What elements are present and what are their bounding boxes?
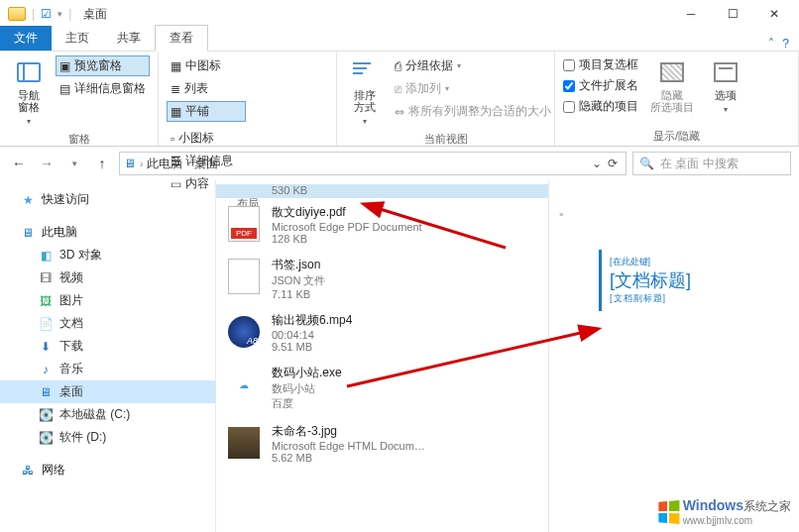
doc-sub: [文档副标题] bbox=[610, 292, 781, 305]
file-size: 7.11 KB bbox=[272, 288, 325, 300]
help-icon[interactable]: ? bbox=[782, 37, 789, 51]
folder-icon bbox=[8, 7, 26, 21]
nav-downloads[interactable]: ⬇下载 bbox=[0, 335, 215, 358]
tab-home[interactable]: 主页 bbox=[52, 26, 103, 51]
maximize-button[interactable]: ☐ bbox=[712, 0, 753, 28]
file-type: Microsoft Edge PDF Document bbox=[272, 221, 422, 233]
star-icon: ★ bbox=[20, 192, 36, 208]
window-title: 桌面 bbox=[83, 6, 107, 23]
medium-icons-button[interactable]: ▦中图标 bbox=[167, 55, 246, 76]
file-meta: 百度 bbox=[272, 396, 342, 411]
minimize-button[interactable]: ─ bbox=[670, 0, 712, 28]
nav-music[interactable]: ♪音乐 bbox=[0, 358, 215, 380]
video-icon bbox=[226, 312, 262, 352]
pdf-icon bbox=[226, 204, 262, 244]
dropdown-icon[interactable]: ▾ bbox=[57, 9, 62, 19]
file-item[interactable]: ☁ 数码小站.exe 数码小站 百度 bbox=[216, 359, 548, 417]
chevron-down-icon: ▾ bbox=[724, 105, 728, 114]
nav-documents[interactable]: 📄文档 bbox=[0, 312, 215, 335]
file-item[interactable]: 书签.json JSON 文件 7.11 KB bbox=[216, 251, 548, 306]
nav-recent-button[interactable]: ▾ bbox=[63, 153, 85, 174]
drive-icon: 💽 bbox=[38, 430, 54, 446]
file-type: Microsoft Edge HTML Docum… bbox=[272, 440, 425, 452]
nav-forward-button[interactable]: → bbox=[36, 153, 57, 174]
file-size: 128 KB bbox=[272, 233, 422, 245]
watermark-url: www.bjjmlv.com bbox=[683, 515, 791, 526]
autofit-button[interactable]: ⇔将所有列调整为合适的大小 bbox=[391, 101, 555, 122]
list-button[interactable]: ≣列表 bbox=[167, 78, 246, 99]
quick-access-toolbar: | ☑ ▾ | bbox=[4, 7, 71, 21]
chevron-right-icon[interactable]: › bbox=[140, 159, 143, 169]
nav-soft-d[interactable]: 💽软件 (D:) bbox=[0, 426, 215, 449]
search-input[interactable]: 🔍 在 桌面 中搜索 bbox=[632, 152, 791, 175]
ribbon-group-layout: ▦中图标 ≣列表 ▦平铺 ▫小图标 ☰详细信息 ▭内容 布局 bbox=[159, 52, 337, 146]
chevron-right-icon[interactable]: › bbox=[186, 159, 189, 169]
ribbon-group-panes: 导航窗格 ▾ ▣预览窗格 ▤详细信息窗格 窗格 bbox=[0, 52, 159, 146]
monitor-icon: 🖥 bbox=[20, 225, 36, 241]
preview-marker: » bbox=[559, 210, 563, 219]
nav-pictures[interactable]: 🖼图片 bbox=[0, 289, 215, 312]
details-pane-icon: ▤ bbox=[59, 82, 70, 96]
address-bar[interactable]: 🖥 › 此电脑 › 桌面 ⌄ ⟳ bbox=[119, 152, 627, 175]
drive-icon: 💽 bbox=[38, 407, 54, 423]
watermark: Windows系统之家 www.bjjmlv.com bbox=[657, 497, 791, 526]
file-size: 5.62 MB bbox=[272, 452, 425, 464]
nav-back-button[interactable]: ← bbox=[8, 153, 30, 174]
file-name: 散文diyiye.pdf bbox=[272, 204, 422, 221]
hidden-items-toggle[interactable]: 隐藏的项目 bbox=[563, 97, 638, 116]
ribbon-tabs: 文件 主页 共享 查看 ˄ ? bbox=[0, 28, 799, 52]
collapse-ribbon-icon[interactable]: ˄ bbox=[768, 37, 774, 51]
file-list[interactable]: 530 KB 散文diyiye.pdf Microsoft Edge PDF D… bbox=[216, 180, 549, 532]
options-button[interactable]: 选项 ▾ bbox=[706, 55, 745, 118]
preview-pane: » [在此处键] [文档标题] [文档副标题] bbox=[549, 180, 799, 532]
nav-pane-button[interactable]: 导航窗格 ▾ bbox=[8, 55, 50, 130]
extensions-toggle[interactable]: 文件扩展名 bbox=[563, 76, 638, 95]
tab-view[interactable]: 查看 bbox=[155, 25, 208, 52]
breadcrumb-thispc[interactable]: 此电脑 bbox=[147, 156, 182, 172]
refresh-icon[interactable]: ⟳ bbox=[608, 157, 618, 170]
ribbon-group-currentview: 排序方式 ▾ ⎙分组依据▾ ⎚添加列▾ ⇔将所有列调整为合适的大小 当前视图 bbox=[337, 52, 555, 146]
document-preview: [在此处键] [文档标题] [文档副标题] bbox=[599, 250, 789, 311]
tab-file[interactable]: 文件 bbox=[0, 26, 52, 51]
file-item[interactable]: 输出视频6.mp4 00:04:14 9.51 MB bbox=[216, 306, 548, 359]
download-icon: ⬇ bbox=[38, 339, 54, 355]
navigation-pane[interactable]: ★快速访问 🖥此电脑 ◧3D 对象 🎞视频 🖼图片 📄文档 ⬇下载 ♪音乐 🖥桌… bbox=[0, 180, 216, 532]
tiles-button[interactable]: ▦平铺 bbox=[167, 101, 246, 122]
nav-desktop[interactable]: 🖥桌面 bbox=[0, 380, 215, 403]
music-icon: ♪ bbox=[38, 362, 54, 377]
groupby-button[interactable]: ⎙分组依据▾ bbox=[391, 55, 555, 76]
file-item[interactable]: 未命名-3.jpg Microsoft Edge HTML Docum… 5.6… bbox=[216, 417, 548, 470]
addcols-button[interactable]: ⎚添加列▾ bbox=[391, 78, 555, 99]
nav-this-pc[interactable]: 🖥此电脑 bbox=[0, 221, 215, 244]
json-icon bbox=[226, 257, 262, 296]
sort-button[interactable]: 排序方式 ▾ bbox=[345, 55, 385, 130]
file-type: 数码小站 bbox=[272, 381, 342, 396]
file-name: 输出视频6.mp4 bbox=[272, 312, 352, 329]
desktop-icon: 🖥 bbox=[38, 384, 54, 400]
breadcrumb-desktop[interactable]: 桌面 bbox=[194, 156, 218, 172]
hide-selected-button[interactable]: 隐藏 所选项目 bbox=[644, 55, 700, 117]
chevron-down-icon: ▾ bbox=[363, 117, 367, 126]
checkboxes-toggle[interactable]: 项目复选框 bbox=[563, 55, 638, 74]
details-pane-button[interactable]: ▤详细信息窗格 bbox=[56, 78, 150, 99]
file-item[interactable]: 散文diyiye.pdf Microsoft Edge PDF Document… bbox=[216, 198, 548, 251]
checkbox-icon[interactable]: ☑ bbox=[41, 7, 52, 21]
preview-pane-button[interactable]: ▣预览窗格 bbox=[56, 55, 150, 76]
doc-sup: [在此处键] bbox=[610, 256, 781, 268]
picture-icon: 🖼 bbox=[38, 293, 54, 309]
nav-local-c[interactable]: 💽本地磁盘 (C:) bbox=[0, 403, 215, 426]
close-button[interactable]: ✕ bbox=[753, 0, 795, 28]
nav-quick-access[interactable]: ★快速访问 bbox=[0, 188, 215, 211]
nav-up-button[interactable]: ↑ bbox=[91, 153, 113, 174]
tab-share[interactable]: 共享 bbox=[103, 26, 155, 51]
nav-3d-objects[interactable]: ◧3D 对象 bbox=[0, 244, 215, 266]
small-icons-button[interactable]: ▫小图标 bbox=[167, 128, 254, 149]
address-row: ← → ▾ ↑ 🖥 › 此电脑 › 桌面 ⌄ ⟳ 🔍 在 桌面 中搜索 bbox=[0, 147, 799, 180]
file-item[interactable]: 530 KB bbox=[216, 184, 548, 198]
file-name: 数码小站.exe bbox=[272, 365, 342, 381]
nav-videos[interactable]: 🎞视频 bbox=[0, 266, 215, 289]
file-size: 530 KB bbox=[272, 184, 307, 196]
file-name: 书签.json bbox=[272, 257, 325, 273]
address-dropdown-icon[interactable]: ⌄ bbox=[592, 157, 602, 170]
nav-network[interactable]: 🖧网络 bbox=[0, 459, 215, 481]
